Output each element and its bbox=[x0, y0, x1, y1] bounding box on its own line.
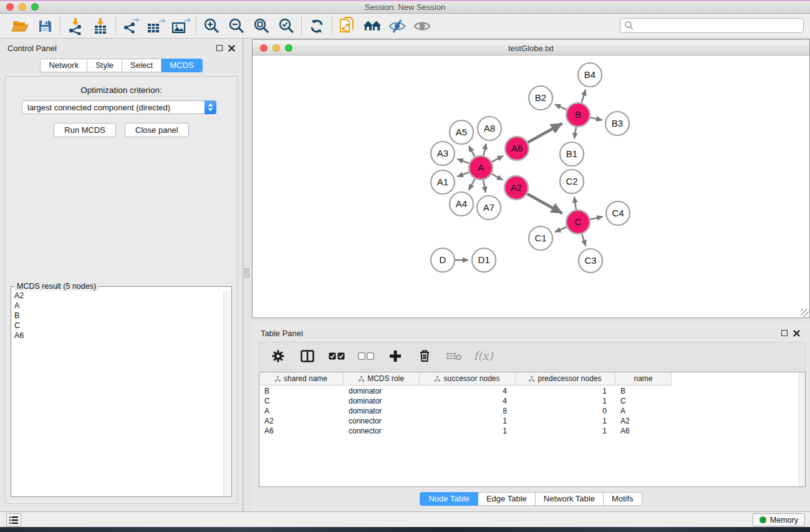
graph-edge-A6-B[interactable] bbox=[528, 123, 562, 142]
graph-edge-A-A8[interactable] bbox=[483, 143, 486, 155]
zoom-out-icon[interactable] bbox=[227, 17, 246, 35]
tab-mcds[interactable]: MCDS bbox=[162, 59, 202, 72]
column-header-successor-nodes[interactable]: successor nodes bbox=[420, 372, 516, 385]
result-item[interactable]: A bbox=[12, 301, 223, 311]
graph-edge-B-B3[interactable] bbox=[591, 117, 602, 120]
result-scrollbar[interactable] bbox=[223, 291, 231, 496]
graph-edge-A-A2[interactable] bbox=[491, 174, 503, 180]
delete-table-icon[interactable] bbox=[445, 347, 463, 365]
export-image-icon[interactable] bbox=[171, 17, 190, 35]
graph-node-A8[interactable]: A8 bbox=[478, 117, 501, 140]
graph-node-A6[interactable]: A6 bbox=[505, 137, 529, 160]
tab-network-table[interactable]: Network Table bbox=[536, 492, 604, 506]
zoom-selected-icon[interactable] bbox=[277, 17, 296, 35]
table-row[interactable]: Adominator80A bbox=[259, 406, 798, 416]
table-row[interactable]: Bdominator41B bbox=[259, 386, 798, 396]
table-row[interactable]: A6connector11A6 bbox=[259, 426, 798, 436]
table-scrollbar[interactable] bbox=[799, 372, 805, 486]
graph-node-C2[interactable]: C2 bbox=[560, 170, 584, 193]
select-all-icon[interactable] bbox=[328, 347, 345, 365]
graph-node-C1[interactable]: C1 bbox=[529, 226, 552, 250]
graph-node-A3[interactable]: A3 bbox=[431, 142, 455, 165]
graph-edge-C-C3[interactable] bbox=[582, 234, 586, 246]
split-divider-handle[interactable] bbox=[244, 268, 249, 278]
close-panel-icon[interactable] bbox=[228, 45, 235, 52]
result-item[interactable]: A6 bbox=[12, 331, 223, 341]
graph-edge-A-A1[interactable] bbox=[457, 172, 469, 177]
graph-edge-B-B4[interactable] bbox=[582, 90, 586, 103]
create-column-icon[interactable] bbox=[387, 347, 404, 365]
import-network-icon[interactable] bbox=[66, 17, 85, 35]
graph-node-B[interactable]: B bbox=[566, 103, 590, 127]
graph-node-C[interactable]: C bbox=[566, 210, 590, 234]
show-column-icon[interactable] bbox=[299, 347, 316, 365]
graph-node-A7[interactable]: A7 bbox=[477, 196, 501, 220]
memory-button[interactable]: Memory bbox=[753, 513, 805, 526]
refresh-icon[interactable] bbox=[307, 17, 326, 35]
tab-motifs[interactable]: Motifs bbox=[604, 492, 642, 506]
column-header-predecessor-nodes[interactable]: predecessor nodes bbox=[516, 372, 615, 385]
graph-node-D1[interactable]: D1 bbox=[472, 248, 496, 272]
home-icon[interactable] bbox=[363, 17, 382, 35]
graph-node-B4[interactable]: B4 bbox=[578, 63, 602, 87]
column-header-name[interactable]: name bbox=[615, 372, 672, 385]
tab-edge-table[interactable]: Edge Table bbox=[478, 492, 536, 506]
graph-edge-B-B1[interactable] bbox=[574, 127, 576, 139]
result-item[interactable]: B bbox=[12, 311, 223, 321]
graph-edge-A-A3[interactable] bbox=[457, 159, 469, 163]
graph-edge-A-A4[interactable] bbox=[469, 179, 475, 190]
graph-node-B2[interactable]: B2 bbox=[529, 86, 552, 110]
save-icon[interactable] bbox=[36, 17, 54, 35]
graph-edge-A2-C[interactable] bbox=[527, 194, 562, 213]
criterion-dropdown[interactable]: largest connected component (directed) bbox=[22, 100, 216, 114]
tab-style[interactable]: Style bbox=[87, 59, 122, 72]
export-table-icon[interactable] bbox=[147, 17, 165, 35]
graph-edge-A-A5[interactable] bbox=[469, 146, 475, 157]
float-panel-icon[interactable] bbox=[216, 45, 223, 51]
network-window-titlebar[interactable]: testGlobe.txt bbox=[253, 40, 809, 56]
hide-graphics-details-icon[interactable] bbox=[388, 17, 407, 35]
result-item[interactable]: C bbox=[12, 321, 223, 331]
graph-node-C4[interactable]: C4 bbox=[606, 201, 630, 225]
table-row[interactable]: Cdominator41C bbox=[259, 396, 798, 406]
run-mcds-button[interactable]: Run MCDS bbox=[54, 123, 116, 137]
search-field[interactable] bbox=[620, 18, 804, 33]
graph-node-A4[interactable]: A4 bbox=[450, 192, 473, 216]
tab-network[interactable]: Network bbox=[40, 59, 87, 72]
zoom-in-icon[interactable] bbox=[202, 17, 221, 35]
show-graphics-details-icon[interactable] bbox=[413, 17, 432, 35]
graph-edge-C-C1[interactable] bbox=[555, 227, 567, 232]
graph-node-A2[interactable]: A2 bbox=[504, 176, 528, 200]
close-panel-button[interactable]: Close panel bbox=[125, 123, 189, 137]
open-folder-icon[interactable] bbox=[11, 17, 29, 35]
delete-column-icon[interactable] bbox=[416, 347, 433, 365]
graph-edge-C-C2[interactable] bbox=[574, 197, 576, 210]
search-input[interactable] bbox=[634, 19, 803, 32]
resize-grip-icon[interactable] bbox=[801, 309, 809, 317]
network-file-icon[interactable] bbox=[338, 17, 357, 35]
graph-edge-B-B2[interactable] bbox=[555, 104, 567, 110]
graph-edge-A-A7[interactable] bbox=[483, 180, 486, 193]
graph-node-B1[interactable]: B1 bbox=[560, 142, 584, 166]
graph-node-D[interactable]: D bbox=[431, 248, 455, 272]
column-header-shared-name[interactable]: shared name bbox=[259, 372, 344, 385]
network-canvas[interactable]: B4B2BB3A5A8A6B1A3AA1C2A2A4A7C4CC1C3DD1 bbox=[253, 56, 809, 317]
graph-node-A[interactable]: A bbox=[469, 156, 493, 180]
export-network-icon[interactable] bbox=[122, 17, 140, 35]
deselect-all-icon[interactable] bbox=[357, 347, 375, 365]
tab-select[interactable]: Select bbox=[122, 59, 162, 72]
task-history-button[interactable] bbox=[6, 513, 21, 526]
import-table-icon[interactable] bbox=[91, 17, 110, 35]
graph-node-A5[interactable]: A5 bbox=[450, 120, 473, 144]
settings-gear-icon[interactable] bbox=[269, 347, 287, 365]
float-table-panel-icon[interactable] bbox=[781, 330, 788, 336]
table-row[interactable]: A2connector11A2 bbox=[259, 416, 798, 426]
function-builder-icon[interactable]: f(x) bbox=[475, 347, 492, 365]
graph-edge-C-C4[interactable] bbox=[591, 216, 603, 219]
close-table-panel-icon[interactable] bbox=[793, 330, 800, 337]
column-header-MCDS-role[interactable]: MCDS role bbox=[344, 372, 420, 385]
result-item[interactable]: A2 bbox=[12, 291, 223, 301]
tab-node-table[interactable]: Node Table bbox=[420, 492, 478, 506]
graph-node-B3[interactable]: B3 bbox=[605, 112, 629, 135]
graph-edge-A-A6[interactable] bbox=[492, 156, 503, 162]
